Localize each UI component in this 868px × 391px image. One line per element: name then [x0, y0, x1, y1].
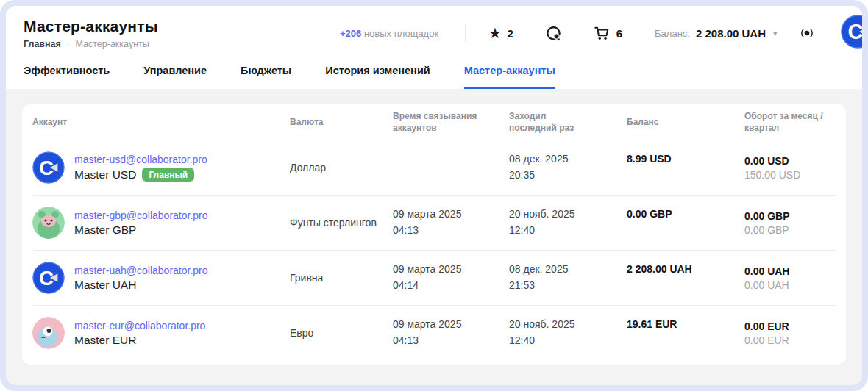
balance-label: Баланс: — [655, 28, 690, 39]
table-row[interactable]: master-eur@collaborator.pro Master EUR Е… — [32, 305, 836, 360]
tab-management[interactable]: Управление — [143, 65, 207, 89]
turnover-cell: 0.00 USD 150.00 USD — [744, 155, 836, 181]
collaborator-logo-avatar: C — [32, 262, 65, 294]
balance-dropdown[interactable]: Баланс: 2 208.00 UAH ▾ — [655, 27, 777, 40]
account-name: Master EUR — [74, 334, 136, 347]
last-login-date: 08 дек. 2025 — [509, 262, 627, 278]
account-name: Master GBP — [74, 223, 136, 237]
tab-budgets[interactable]: Бюджеты — [241, 65, 291, 89]
account-avatar-button[interactable]: C — [841, 15, 862, 51]
turnover-cell: 0.00 UAH 0.00 UAH — [744, 265, 836, 291]
star-icon: ★ — [489, 27, 500, 40]
linked-time: 04:14 — [393, 278, 509, 294]
last-login-cell: 08 дек. 2025 20:35 — [509, 151, 627, 183]
table-row[interactable]: C master-usd@collaborator.pro Master USD… — [32, 140, 836, 195]
last-login-date: 20 нояб. 2025 — [509, 317, 627, 333]
turnover-quarter: 0.00 EUR — [744, 334, 836, 346]
turnover-month: 0.00 UAH — [744, 265, 836, 277]
table-row[interactable]: master-gbp@collaborator.pro Master GBP Ф… — [32, 195, 836, 250]
last-login-date: 08 дек. 2025 — [509, 151, 627, 168]
tab-effectiveness[interactable]: Эффективность — [24, 65, 110, 89]
header-divider — [465, 24, 466, 43]
new-platforms-count: +206 — [340, 28, 361, 39]
currency-cell: Гривна — [290, 272, 393, 284]
watch-mode-button[interactable] — [800, 26, 814, 40]
window-frame: Мастер-аккаунты Главная · Мастер-аккаунт… — [0, 0, 868, 391]
account-name: Master USD — [74, 168, 136, 182]
title-block: Мастер-аккаунты Главная · Мастер-аккаунт… — [24, 18, 340, 49]
cart-button[interactable]: 6 — [594, 25, 622, 41]
chevron-down-icon: ▾ — [773, 29, 778, 38]
col-header-account: Аккаунт — [32, 116, 290, 128]
last-login-time: 12:40 — [509, 223, 627, 239]
turnover-month: 0.00 USD — [744, 155, 836, 167]
last-login-time: 12:40 — [509, 333, 627, 349]
turnover-quarter: 0.00 GBP — [744, 224, 836, 236]
col-header-linked-time: Время связывания аккаунтов — [393, 110, 483, 134]
linked-date: 09 марта 2025 — [393, 207, 509, 223]
account-email-link[interactable]: master-eur@collaborator.pro — [74, 320, 205, 331]
turnover-cell: 0.00 EUR 0.00 EUR — [744, 320, 836, 346]
balance-cell: 8.99 USD — [627, 140, 744, 165]
account-name: Master UAH — [74, 279, 136, 292]
turnover-cell: 0.00 GBP 0.00 GBP — [744, 210, 836, 236]
col-header-last-login: Заходил последний раз — [509, 110, 581, 134]
page-title: Мастер-аккаунты — [24, 18, 340, 35]
new-platforms-link[interactable]: +206 новых площадок — [340, 28, 438, 39]
linked-time: 04:13 — [393, 223, 509, 239]
linked-date: 09 марта 2025 — [393, 262, 509, 278]
balance-cell: 0.00 GBP — [627, 196, 744, 220]
last-login-time: 20:35 — [509, 168, 627, 184]
account-email-link[interactable]: master-uah@collaborator.pro — [74, 265, 208, 276]
last-login-cell: 20 нояб. 2025 12:40 — [509, 207, 627, 238]
currency-cell: Евро — [290, 327, 393, 339]
tab-bar: Эффективность Управление Бюджеты История… — [24, 65, 844, 89]
breadcrumb-home-link[interactable]: Главная — [24, 39, 61, 49]
account-cell: master-eur@collaborator.pro Master EUR — [32, 317, 290, 349]
turnover-month: 0.00 GBP — [744, 210, 836, 222]
linked-time: 04:13 — [393, 333, 509, 349]
col-header-currency: Валюта — [290, 116, 393, 128]
linked-time-cell: 09 марта 2025 04:13 — [393, 317, 509, 348]
breadcrumb-separator-icon: · — [67, 40, 70, 49]
currency-cell: Доллар — [290, 162, 393, 173]
green-monster-avatar — [32, 207, 65, 239]
balance-value: 2 208.00 UAH — [696, 27, 766, 40]
cart-icon — [594, 25, 610, 41]
pink-monster-avatar — [32, 317, 65, 349]
tab-change-history[interactable]: История изменений — [325, 65, 430, 89]
new-platforms-label: новых площадок — [364, 28, 438, 39]
messages-button[interactable] — [546, 26, 561, 41]
accounts-table: Аккаунт Валюта Время связывания аккаунто… — [22, 104, 846, 365]
turnover-month: 0.00 EUR — [744, 320, 836, 332]
currency-cell: Фунты стерлингов — [290, 217, 393, 229]
turnover-quarter: 150.00 USD — [744, 169, 836, 181]
cart-count: 6 — [616, 27, 622, 40]
col-header-balance: Баланс — [627, 116, 744, 128]
linked-time-cell: 09 марта 2025 04:13 — [393, 207, 509, 238]
favorites-button[interactable]: ★ 2 — [489, 27, 513, 40]
last-login-cell: 20 нояб. 2025 12:40 — [509, 317, 627, 348]
collaborator-logo-icon: C — [841, 15, 862, 49]
col-header-turnover: Оборот за месяц / квартал — [744, 110, 834, 134]
favorites-count: 2 — [507, 27, 513, 40]
account-cell: C master-usd@collaborator.pro Master USD… — [32, 151, 290, 184]
account-email-link[interactable]: master-gbp@collaborator.pro — [74, 209, 208, 221]
header-actions: +206 новых площадок ★ 2 — [340, 15, 862, 51]
last-login-cell: 08 дек. 2025 21:53 — [509, 262, 627, 293]
linked-time-cell: 09 марта 2025 04:14 — [393, 262, 509, 293]
table-header-row: Аккаунт Валюта Время связывания аккаунто… — [32, 104, 836, 140]
app-container: Мастер-аккаунты Главная · Мастер-аккаунт… — [6, 6, 862, 385]
collaborator-logo-avatar: C — [32, 151, 65, 184]
account-cell: master-gbp@collaborator.pro Master GBP — [32, 207, 290, 239]
account-email-link[interactable]: master-usd@collaborator.pro — [74, 154, 207, 165]
main-account-badge: Главный — [142, 168, 194, 182]
turnover-quarter: 0.00 UAH — [744, 279, 836, 291]
breadcrumb: Главная · Мастер-аккаунты — [24, 39, 340, 49]
table-row[interactable]: C master-uah@collaborator.pro Master UAH — [32, 250, 836, 305]
linked-date: 09 марта 2025 — [393, 317, 509, 333]
last-login-time: 21:53 — [509, 278, 627, 294]
tab-master-accounts[interactable]: Мастер-аккаунты — [464, 65, 555, 89]
eye-icon — [800, 26, 814, 40]
chat-icon — [546, 26, 561, 41]
